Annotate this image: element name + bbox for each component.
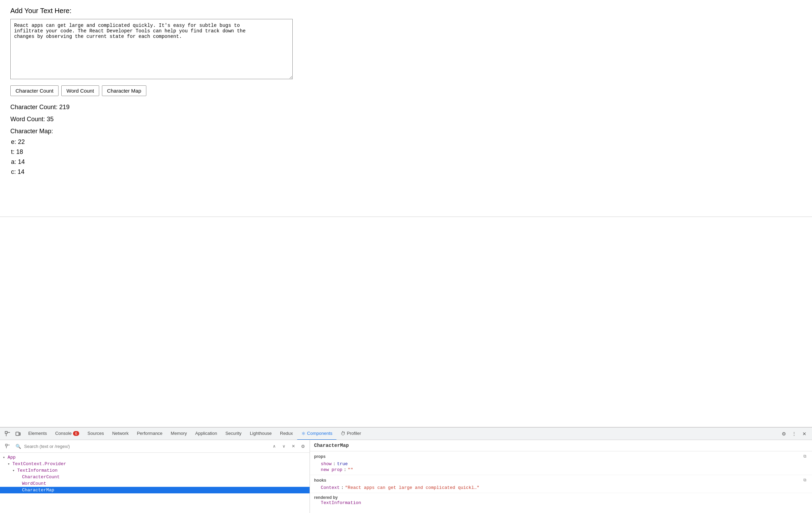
button-row: Character Count Word Count Character Map: [10, 85, 802, 96]
char-map-label: Character Map:: [10, 128, 802, 135]
text-input[interactable]: [10, 19, 293, 79]
character-count-button[interactable]: Character Count: [10, 85, 59, 96]
add-text-label: Add Your Text Here:: [10, 7, 802, 15]
app-area: Add Your Text Here: Character Count Word…: [0, 0, 812, 217]
char-count-result: Character Count: 219: [10, 104, 802, 111]
word-count-result: Word Count: 35: [10, 116, 802, 123]
char-entry-0: e: 22: [11, 138, 802, 146]
char-entry-1: t: 18: [11, 148, 802, 156]
character-map-button[interactable]: Character Map: [102, 85, 146, 96]
char-entry-2: a: 14: [11, 158, 802, 166]
word-count-button[interactable]: Word Count: [61, 85, 99, 96]
char-entry-3: c: 14: [11, 168, 802, 176]
